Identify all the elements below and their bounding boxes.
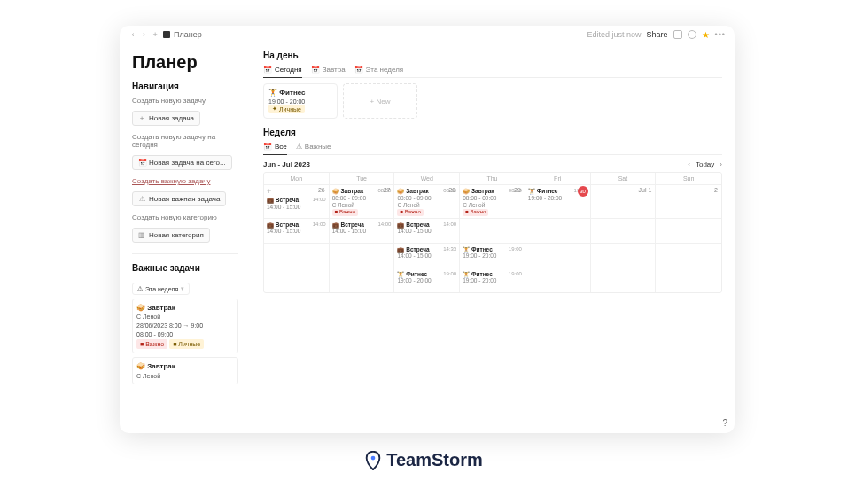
calendar-cell[interactable]: Jul 1 [591,184,657,218]
calendar-event[interactable]: 19:00🏋️ Фитнес19:00 - 20:00 [463,246,522,260]
calendar-event[interactable]: 14:00💼 Встреча14:00 - 15:00 [397,221,456,236]
calendar-cell[interactable]: 2908:00🥪 Завтрак08:00 - 09:00С Леной■ Ва… [460,184,525,218]
comments-icon[interactable] [673,30,682,39]
calendar-cell[interactable]: 19:00🏋️ Фитнес19:00 - 20:00 [460,243,525,268]
sidebar-button-0[interactable]: +Новая задача [132,111,200,126]
day-header: Wed [394,173,460,184]
calendar-cell[interactable]: 14:00💼 Встреча14:00 - 15:00 [330,218,395,243]
tab-Эта неделя[interactable]: 📅Эта неделя [354,66,404,77]
calendar-cell[interactable]: 19:00🏋️ Фитнес19:00 - 20:00 [460,268,525,292]
tab-Все[interactable]: 📅Все [263,143,287,155]
more-icon[interactable]: ••• [715,30,726,39]
important-heading: Важные задачи [132,263,238,273]
day-number: 26 [318,187,325,193]
calendar-cell[interactable]: +2614:00💼 Встреча14:00 - 15:00 [264,184,330,218]
calendar-event[interactable]: 19:00🏋️ Фитнес19:00 - 20:00 [463,271,522,285]
prev-week-button[interactable]: ‹ [688,160,690,168]
calendar-cell[interactable]: 14:33💼 Встреча14:00 - 15:00 [394,243,460,268]
calendar-cell[interactable]: 2 [656,184,721,218]
calendar-cell[interactable]: 2808:00🥪 Завтрак08:00 - 09:00С Леной■ Ва… [394,184,460,218]
back-button[interactable]: ‹ [128,30,137,39]
calendar-cell[interactable]: 2708:00🥪 Завтрак08:00 - 09:00С Леной■ Ва… [330,184,395,218]
calendar-cell[interactable] [330,268,395,292]
add-event-icon[interactable]: + [267,187,271,196]
day-event-card[interactable]: 🏋️ Фитнес 19:00 - 20:00 ✦Личные [263,83,338,119]
day-tabs: 📅Сегодня📅Завтра📅Эта неделя [263,66,722,78]
calendar-cell[interactable] [264,243,330,268]
week-heading: Неделя [263,128,722,137]
svg-point-0 [371,455,376,460]
important-card[interactable]: 🥪 ЗавтракС Леной28/06/2023 8:00 → 9:0008… [132,299,238,353]
important-filter[interactable]: ⚠ Эта неделя ▾ [132,283,190,295]
calendar-event[interactable]: 19:00🏋️ Фитнес19:00 - 20:00 [397,271,456,285]
calendar-cell[interactable] [460,218,525,243]
button-icon: + [138,114,145,122]
button-icon: 📅 [138,159,145,167]
today-button[interactable]: Today [696,160,714,168]
day-header: Sat [591,173,657,184]
app-window: ‹ › + Планер Edited just now Share ★ •••… [120,26,735,433]
clock-icon[interactable] [688,30,696,39]
sidebar-button-1[interactable]: 📅Новая задача на сего... [132,155,232,170]
day-header: Sun [656,173,721,184]
calendar-cell[interactable] [525,218,591,243]
tab-Завтра[interactable]: 📅Завтра [311,66,346,77]
nav-heading: Навигация [132,81,238,91]
share-button[interactable]: Share [647,30,668,39]
tab-icon: 📅 [263,66,272,74]
calendar-cell[interactable] [591,243,657,268]
calendar-event[interactable]: 14:00💼 Встреча14:00 - 15:00 [332,221,392,236]
calendar-cell[interactable] [656,218,721,243]
calendar-cell[interactable] [264,268,330,292]
day-header: Fri [525,173,591,184]
warning-icon: ⚠ [137,285,143,292]
tab-Важные[interactable]: ⚠Важные [296,143,331,154]
tab-icon: ⚠ [296,143,302,151]
breadcrumb[interactable]: Планер [163,30,202,39]
calendar-event[interactable]: 08:00🥪 Завтрак08:00 - 09:00С Леной■ Важн… [463,188,522,216]
calendar-cell[interactable] [656,268,721,292]
sidebar-group-label: Создать новую задачу на сегодня [132,133,238,149]
day-header: Tue [330,173,395,184]
next-week-button[interactable]: › [720,160,722,168]
sidebar-button-2[interactable]: ⚠Новая важная задача [132,191,226,206]
add-page-button[interactable]: + [151,30,159,39]
calendar-cell[interactable]: 14:00💼 Встреча14:00 - 15:00 [264,218,330,243]
tab-icon: 📅 [354,66,363,74]
edited-label: Edited just now [587,30,641,39]
calendar-cell[interactable]: 19:00🏋️ Фитнес19:00 - 20:00 [394,268,460,292]
calendar-cell[interactable] [591,218,657,243]
star-icon[interactable]: ★ [702,30,710,40]
calendar-event[interactable]: 08:00🥪 Завтрак08:00 - 09:00С Леной■ Важн… [397,188,456,216]
forward-button[interactable]: › [140,30,149,39]
calendar-event[interactable]: 08:00🥪 Завтрак08:00 - 09:00С Леной■ Важн… [332,188,392,216]
sidebar-group-label: Создать новую задачу [132,97,238,105]
day-header: Thu [460,173,525,184]
calendar-cell[interactable] [525,268,591,292]
calendar-cell[interactable] [656,243,721,268]
calendar-cell[interactable]: 3019:00🏋️ Фитнес19:00 - 20:00 [525,184,591,218]
tab-Сегодня[interactable]: 📅Сегодня [263,66,302,78]
calendar-cell[interactable] [525,243,591,268]
day-number: 27 [384,187,391,193]
page-icon [163,31,170,38]
sidebar-button-3[interactable]: ▥Новая категория [132,228,210,243]
calendar-event[interactable]: 14:00💼 Встреча14:00 - 15:00 [267,197,326,211]
calendar-cell[interactable] [591,268,657,292]
calendar: MonTueWedThuFriSatSun +2614:00💼 Встреча1… [263,172,722,293]
week-tabs: 📅Все⚠Важные [263,143,722,155]
day-number: 2 [714,187,718,193]
main-area: На день 📅Сегодня📅Завтра📅Эта неделя 🏋️ Фи… [251,43,735,433]
calendar-event[interactable]: 14:00💼 Встреча14:00 - 15:00 [267,221,326,236]
day-number: 28 [448,187,455,193]
new-card-button[interactable]: + New [343,83,417,119]
day-header: Mon [264,173,330,184]
button-icon: ▥ [138,231,145,239]
calendar-event[interactable]: 14:33💼 Встреча14:00 - 15:00 [397,246,456,260]
calendar-cell[interactable] [330,243,395,268]
important-card[interactable]: 🥪 ЗавтракС Леной [132,357,238,384]
brand-footer: TeamStorm [0,450,848,470]
day-number: 30 [578,186,588,197]
help-button[interactable]: ? [722,418,727,428]
calendar-cell[interactable]: 14:00💼 Встреча14:00 - 15:00 [394,218,460,243]
